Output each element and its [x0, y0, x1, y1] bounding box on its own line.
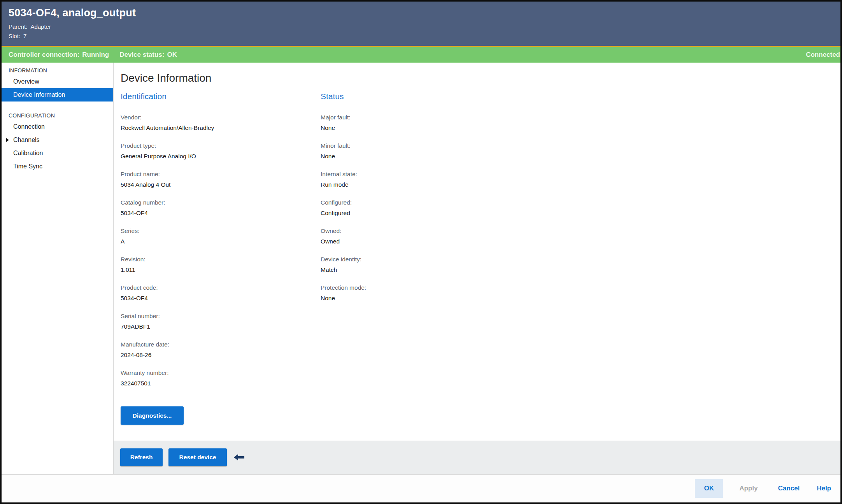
- identification-heading: Identification: [121, 91, 321, 102]
- sidebar-item-label: Connection: [13, 123, 45, 130]
- sidebar-section-gap: [2, 102, 113, 111]
- device-properties-window: 5034-OF4, analog_output Parent:Adapter S…: [0, 0, 842, 504]
- field-label: Product type:: [121, 141, 321, 151]
- field-value: Run mode: [321, 179, 840, 190]
- field-value: None: [321, 122, 840, 133]
- field-value: 322407501: [121, 378, 321, 388]
- field-label: Product name:: [121, 169, 321, 179]
- sidebar-item-label: Calibration: [13, 150, 43, 156]
- slot-label: Slot:: [9, 33, 20, 39]
- help-button[interactable]: Help: [814, 479, 833, 498]
- field-label: Product code:: [121, 283, 321, 293]
- device-action-bar: Refresh Reset device: [114, 441, 840, 474]
- field-revision: Revision: 1.011: [121, 254, 321, 275]
- sidebar-section-configuration: CONFIGURATION: [2, 111, 113, 120]
- cancel-button[interactable]: Cancel: [774, 479, 803, 498]
- field-value: 2024-08-26: [121, 350, 321, 360]
- sidebar-item-time-sync[interactable]: Time Sync: [2, 160, 113, 173]
- controller-connection-label: Controller connection:: [9, 51, 79, 58]
- connection-state-badge: Connected: [806, 51, 840, 59]
- apply-button: Apply: [734, 479, 763, 498]
- sidebar-item-device-information[interactable]: Device Information: [2, 88, 113, 102]
- field-value: Rockwell Automation/Allen-Bradley: [121, 122, 321, 133]
- sidebar: INFORMATION Overview Device Information …: [2, 63, 114, 474]
- parent-value: Adapter: [30, 23, 51, 30]
- sidebar-item-label: Channels: [13, 136, 40, 143]
- field-minor-fault: Minor fault: None: [321, 141, 840, 161]
- field-value: Configured: [321, 208, 840, 218]
- field-value: 709ADBF1: [121, 321, 321, 332]
- field-value: 5034 Analog 4 Out: [121, 179, 321, 190]
- field-label: Protection mode:: [321, 283, 840, 293]
- sidebar-item-overview[interactable]: Overview: [2, 75, 113, 88]
- sidebar-section-information: INFORMATION: [2, 66, 113, 75]
- field-product-name: Product name: 5034 Analog 4 Out: [121, 169, 321, 190]
- field-label: Serial number:: [121, 311, 321, 321]
- field-label: Minor fault:: [321, 141, 840, 151]
- field-label: Revision:: [121, 254, 321, 264]
- parent-line: Parent:Adapter: [9, 22, 833, 32]
- controller-connection-status: Controller connection:Running: [9, 51, 109, 59]
- field-label: Vendor:: [121, 112, 321, 122]
- sidebar-item-label: Device Information: [13, 91, 65, 98]
- window-body: 5034-OF4, analog_output Parent:Adapter S…: [2, 2, 840, 502]
- page-title: Device Information: [121, 71, 840, 85]
- field-label: Device identity:: [321, 254, 840, 264]
- parent-label: Parent:: [9, 23, 27, 30]
- field-series: Series: A: [121, 226, 321, 247]
- field-device-identity: Device identity: Match: [321, 254, 840, 275]
- slot-value: 7: [23, 33, 26, 39]
- field-value: General Purpose Analog I/O: [121, 151, 321, 161]
- sidebar-item-calibration[interactable]: Calibration: [2, 147, 113, 160]
- device-status-value: OK: [167, 51, 177, 58]
- field-catalog-number: Catalog number: 5034-OF4: [121, 198, 321, 218]
- device-status: Device status:OK: [119, 51, 177, 59]
- field-protection-mode: Protection mode: None: [321, 283, 840, 303]
- field-value: A: [121, 236, 321, 247]
- field-label: Owned:: [321, 226, 840, 236]
- field-label: Catalog number:: [121, 198, 321, 208]
- dialog-footer: OK Apply Cancel Help: [2, 474, 840, 502]
- field-owned: Owned: Owned: [321, 226, 840, 247]
- slot-line: Slot:7: [9, 32, 833, 41]
- field-value: 5034-OF4: [121, 293, 321, 303]
- field-label: Major fault:: [321, 112, 840, 122]
- diagnostics-button[interactable]: Diagnostics...: [121, 406, 184, 425]
- field-label: Manufacture date:: [121, 340, 321, 350]
- ok-button[interactable]: OK: [695, 479, 723, 498]
- dialog-body: INFORMATION Overview Device Information …: [2, 63, 840, 474]
- field-serial-number: Serial number: 709ADBF1: [121, 311, 321, 332]
- field-internal-state: Internal state: Run mode: [321, 169, 840, 190]
- device-information-panel: Device Information Identification Vendor…: [114, 63, 840, 441]
- sidebar-item-connection[interactable]: Connection: [2, 120, 113, 133]
- sidebar-item-label: Overview: [13, 78, 39, 85]
- field-product-type: Product type: General Purpose Analog I/O: [121, 141, 321, 161]
- identification-column: Identification Vendor: Rockwell Automati…: [121, 91, 321, 425]
- field-product-code: Product code: 5034-OF4: [121, 283, 321, 303]
- title-bar: 5034-OF4, analog_output Parent:Adapter S…: [2, 2, 840, 46]
- info-columns: Identification Vendor: Rockwell Automati…: [121, 91, 840, 425]
- status-column: Status Major fault: None Minor fault: No…: [321, 91, 840, 425]
- reset-device-button[interactable]: Reset device: [168, 448, 227, 466]
- sidebar-item-channels[interactable]: Channels: [2, 133, 113, 147]
- main-content: Device Information Identification Vendor…: [114, 63, 840, 474]
- field-label: Configured:: [321, 198, 840, 208]
- field-value: Match: [321, 264, 840, 275]
- status-heading: Status: [321, 91, 840, 102]
- sidebar-item-label: Time Sync: [13, 163, 42, 170]
- field-value: None: [321, 293, 840, 303]
- field-warranty-number: Warranty number: 322407501: [121, 368, 321, 388]
- field-major-fault: Major fault: None: [321, 112, 840, 133]
- field-label: Internal state:: [321, 169, 840, 179]
- field-value: 5034-OF4: [121, 208, 321, 218]
- expand-arrow-icon[interactable]: [6, 138, 9, 142]
- field-value: 1.011: [121, 264, 321, 275]
- field-label: Warranty number:: [121, 368, 321, 378]
- field-value: None: [321, 151, 840, 161]
- callout-left-arrow-icon: [234, 454, 244, 461]
- field-label: Series:: [121, 226, 321, 236]
- device-status-label: Device status:: [119, 51, 164, 58]
- field-manufacture-date: Manufacture date: 2024-08-26: [121, 340, 321, 360]
- window-title: 5034-OF4, analog_output: [9, 6, 833, 19]
- refresh-button[interactable]: Refresh: [120, 448, 163, 466]
